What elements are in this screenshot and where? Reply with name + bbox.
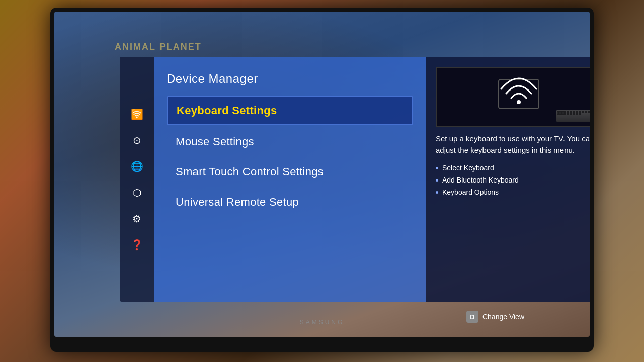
sidebar-icon-globe[interactable]: 🌐 xyxy=(127,156,147,176)
info-description: Set up a keyboard to use with your TV. Y… xyxy=(436,133,590,156)
info-panel: Set up a keyboard to use with your TV. Y… xyxy=(426,57,590,302)
bullet-label-select-keyboard: Select Keyboard xyxy=(442,164,494,172)
samsung-logo: SAMSUNG xyxy=(300,319,345,326)
change-view-button[interactable]: D Change View xyxy=(466,311,524,323)
sidebar-icon-settings-circle[interactable]: ⊙ xyxy=(127,130,147,150)
bullet-select-keyboard: Select Keyboard xyxy=(436,164,590,172)
menu-item-keyboard-settings[interactable]: Keyboard Settings xyxy=(167,96,413,125)
menu-item-mouse-settings[interactable]: Mouse Settings xyxy=(167,128,413,155)
menu-item-smart-touch-control[interactable]: Smart Touch Control Settings xyxy=(167,158,413,186)
bullet-keyboard-options: Keyboard Options xyxy=(436,188,590,196)
sidebar-icon-gear[interactable]: ⚙ xyxy=(127,209,147,229)
channel-watermark: ANIMAL PLANET xyxy=(115,42,202,52)
info-bullet-list: Select Keyboard Add Bluetooth Keyboard K… xyxy=(436,164,590,196)
tv-frame: ANIMAL PLANET 🛜 ⊙ 🌐 ⬡ ⚙ ❓ Device Manager… xyxy=(50,8,594,352)
bullet-dot xyxy=(436,167,438,169)
bullet-label-add-bluetooth: Add Bluetooth Keyboard xyxy=(442,176,519,184)
keyboard-image xyxy=(556,110,590,122)
change-view-label: Change View xyxy=(482,313,524,321)
sidebar-icon-network[interactable]: 🛜 xyxy=(127,104,147,124)
menu-panel: Device Manager Keyboard Settings Mouse S… xyxy=(154,57,426,302)
menu-item-universal-remote[interactable]: Universal Remote Setup xyxy=(167,189,413,216)
info-image xyxy=(436,67,590,127)
bullet-add-bluetooth-keyboard: Add Bluetooth Keyboard xyxy=(436,176,590,184)
menu-items: Keyboard Settings Mouse Settings Smart T… xyxy=(167,96,413,216)
wifi-tv-icon xyxy=(496,77,541,117)
bullet-label-keyboard-options: Keyboard Options xyxy=(442,188,499,196)
sidebar-icon-help[interactable]: ❓ xyxy=(127,235,147,255)
bullet-dot xyxy=(436,191,438,194)
menu-title: Device Manager xyxy=(167,72,413,86)
svg-point-1 xyxy=(517,100,521,104)
d-button-icon: D xyxy=(466,311,478,323)
bullet-dot xyxy=(436,179,438,182)
tv-screen: ANIMAL PLANET 🛜 ⊙ 🌐 ⬡ ⚙ ❓ Device Manager… xyxy=(54,12,590,337)
sidebar: 🛜 ⊙ 🌐 ⬡ ⚙ ❓ xyxy=(120,57,154,302)
sidebar-icon-cube[interactable]: ⬡ xyxy=(127,183,147,203)
